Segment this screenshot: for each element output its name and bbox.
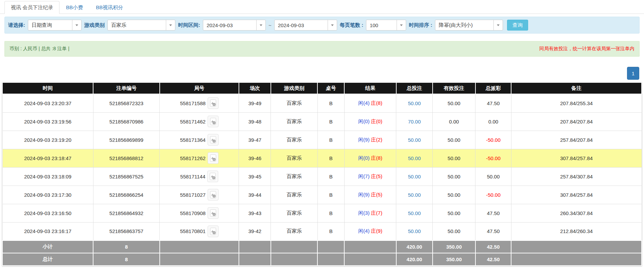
summary-label: 总计: [2, 253, 93, 266]
tab-bb-video-points[interactable]: BB视讯积分: [89, 1, 129, 14]
query-type-value: 日期查询: [28, 20, 72, 30]
record-row: 2024-09-03 23:18:47521856868812558171262…: [2, 149, 642, 167]
date-to-select[interactable]: 2024-09-03: [274, 20, 337, 31]
game-type-cell: 百家乐: [271, 149, 317, 167]
total-bet-link[interactable]: 50.00: [408, 174, 421, 179]
round-cell: 558171262: [160, 149, 239, 167]
sort-order-select[interactable]: 降幂(由大到小): [435, 20, 503, 31]
summary-empty-cell: [511, 253, 642, 266]
record-row: 2024-09-03 23:20:37521856872323558171588…: [2, 94, 642, 112]
sort-order-label: 时间排序 :: [409, 22, 432, 28]
video-icon[interactable]: [207, 171, 218, 182]
video-icon[interactable]: [208, 134, 219, 146]
game-type-cell: 百家乐: [271, 222, 317, 241]
table-no-cell: B: [317, 149, 344, 167]
page-size-select[interactable]: 100: [366, 20, 406, 31]
remark-cell: 257.84/207.84: [511, 131, 642, 149]
valid-bet-cell: 50.00: [433, 167, 475, 186]
remark-cell: 212.84/260.34: [511, 222, 642, 241]
valid-bet-cell: 50.00: [433, 204, 475, 222]
session-cell: 39-47: [239, 131, 271, 149]
summary-payout: 42.50: [475, 253, 511, 266]
query-type-select[interactable]: 日期查询: [28, 20, 82, 31]
video-icon[interactable]: [208, 226, 219, 237]
valid-bet-cell: 50.00: [433, 149, 475, 167]
payout-cell: 0.00: [475, 112, 511, 131]
summary-empty-cell: [511, 241, 642, 253]
round-cell: 558171144: [160, 167, 239, 186]
round-id: 558171144: [180, 174, 205, 179]
result-cell: 闲(0) 庄(0): [344, 112, 396, 131]
currency-total-text: 币别 : 人民币 | 总共 :8 注单 |: [10, 46, 69, 52]
payout-cell: 50.00: [475, 167, 511, 186]
game-type-select[interactable]: 百家乐: [107, 20, 175, 31]
record-row: 2024-09-03 23:19:56521856870986558171462…: [2, 112, 642, 131]
total-bet-cell: 50.00: [396, 222, 433, 241]
payout-value: 47.50: [487, 228, 500, 234]
video-icon-glyph: [210, 136, 216, 143]
summary-total-bet: 420.00: [396, 253, 433, 266]
game-type-cell: 百家乐: [271, 167, 317, 186]
total-bet-cell: 50.00: [396, 186, 433, 204]
summary-empty-cell: [239, 253, 271, 266]
page-1-button[interactable]: 1: [627, 67, 639, 80]
payout-value: 0.00: [488, 119, 498, 124]
summary-empty-cell: [160, 241, 239, 253]
total-bet-link[interactable]: 50.00: [408, 155, 421, 161]
result-player: 闲(9): [358, 192, 369, 197]
time-cell: 2024-09-03 23:19:20: [2, 131, 93, 149]
total-bet-link[interactable]: 50.00: [408, 137, 421, 143]
bet-id-cell: 521856864932: [93, 204, 160, 222]
col-round: 局号: [160, 82, 239, 94]
valid-bet-cell: 50.00: [433, 222, 475, 241]
remark-cell: 207.84/255.34: [511, 94, 642, 112]
round-cell: 558171364: [160, 131, 239, 149]
video-icon[interactable]: [208, 152, 219, 164]
payout-value: 47.50: [487, 100, 500, 106]
total-bet-link[interactable]: 50.00: [408, 100, 421, 106]
record-row: 2024-09-03 23:16:50521856864932558170908…: [2, 204, 642, 222]
date-from-select[interactable]: 2024-09-03: [203, 20, 266, 31]
time-cell: 2024-09-03 23:18:47: [2, 149, 93, 167]
total-bet-link[interactable]: 50.00: [408, 210, 421, 216]
result-cell: 闲(9) 庄(2): [344, 131, 396, 149]
remark-cell: 260.34/307.84: [511, 204, 642, 222]
video-icon[interactable]: [208, 97, 219, 109]
summary-payout: 42.50: [475, 241, 511, 253]
remark-cell: 307.84/257.84: [511, 149, 642, 167]
video-icon[interactable]: [208, 189, 219, 200]
summary-count: 8: [93, 253, 160, 266]
table-no-cell: B: [317, 204, 344, 222]
payout-cell: -50.00: [475, 149, 511, 167]
chevron-down-icon: [166, 20, 175, 30]
payout-cell: 47.50: [475, 222, 511, 241]
total-bet-link[interactable]: 70.00: [408, 119, 421, 124]
result-player: 闲(3): [358, 210, 369, 216]
session-cell: 39-45: [239, 167, 271, 186]
col-result: 结果: [344, 82, 396, 94]
query-button[interactable]: 查询: [507, 20, 528, 31]
pagination: 1: [5, 67, 639, 80]
result-cell: 闲(4) 庄(9): [344, 222, 396, 241]
date-from-value: 2024-09-03: [203, 20, 256, 30]
result-player: 闲(4): [358, 228, 369, 234]
round-cell: 558171462: [160, 112, 239, 131]
tab-video-bet-records[interactable]: 视讯 会员下注纪录: [4, 1, 59, 14]
chevron-down-icon: [493, 20, 503, 30]
total-bet-link[interactable]: 50.00: [408, 228, 421, 234]
video-icon[interactable]: [208, 116, 219, 127]
tab-bb-tips[interactable]: BB小费: [59, 1, 89, 14]
video-icon-glyph: [210, 154, 216, 162]
grand-total-row: 总计8420.00350.0042.50: [2, 253, 642, 266]
page-size-value: 100: [366, 20, 397, 30]
session-cell: 39-46: [239, 149, 271, 167]
summary-empty-cell: [239, 241, 271, 253]
game-type-cell: 百家乐: [271, 204, 317, 222]
game-type-cell: 百家乐: [271, 94, 317, 112]
tab-bar: 视讯 会员下注纪录 BB小费 BB视讯积分: [0, 0, 644, 14]
table-no-cell: B: [317, 112, 344, 131]
result-player: 闲(0): [358, 118, 369, 124]
col-table-no: 桌号: [317, 82, 344, 94]
video-icon[interactable]: [208, 207, 219, 219]
total-bet-link[interactable]: 50.00: [408, 192, 421, 198]
